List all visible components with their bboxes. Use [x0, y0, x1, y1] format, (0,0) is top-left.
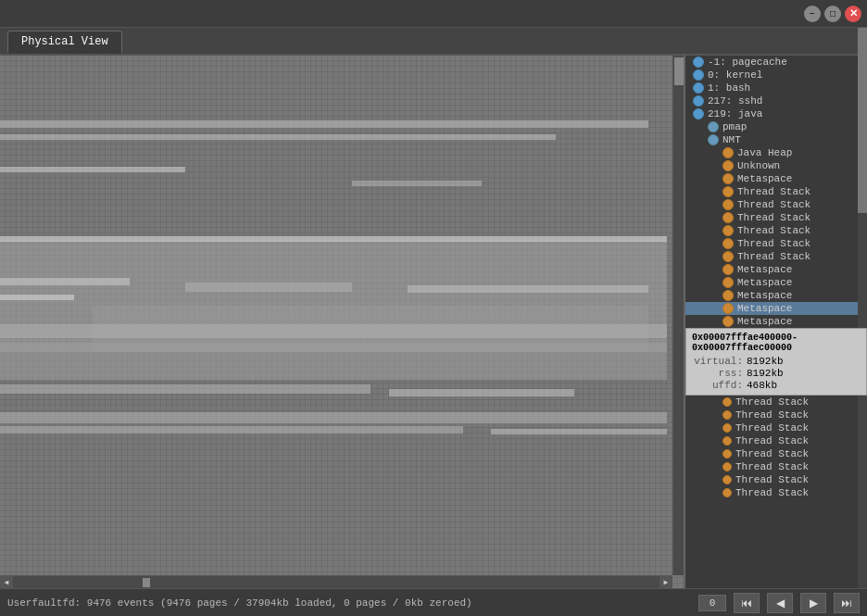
tree-label: Thread Stack — [737, 225, 810, 236]
tooltip-virtual-value: 8192kb — [747, 356, 784, 367]
tree-item-sshd[interactable]: 217: sshd — [685, 94, 867, 107]
tree-label: Metaspace — [737, 264, 792, 275]
tree-item-thread-stack-e[interactable]: Thread Stack — [685, 447, 867, 460]
tree-label: Thread Stack — [735, 487, 809, 498]
status-counter: 0 — [698, 595, 726, 611]
tree-item-thread-stack2[interactable]: Thread Stack — [685, 198, 867, 211]
tree-item-unknown[interactable]: Unknown — [685, 159, 867, 172]
tree-item-thread-stack-a[interactable]: Thread Stack — [685, 396, 867, 409]
tree-item-pmap[interactable]: pmap — [685, 120, 867, 133]
hscroll-right-arrow[interactable]: ▶ — [660, 576, 672, 589]
tree-item-bash[interactable]: 1: bash — [685, 82, 867, 94]
tab-bar: Physical View — [0, 28, 867, 56]
tree-item-thread-stack-c[interactable]: Thread Stack — [685, 421, 867, 434]
vscroll-thumb[interactable] — [674, 57, 684, 85]
minimize-button[interactable]: − — [804, 6, 821, 22]
tree-label: 219: java — [708, 108, 762, 119]
tree-item-thread-stack3[interactable]: Thread Stack — [685, 211, 867, 224]
tree-label: Thread Stack — [737, 186, 810, 197]
tooltip-address: 0x00007fffae400000-0x00007fffaec00000 — [692, 333, 861, 353]
memory-canvas[interactable] — [0, 56, 684, 588]
right-panel: -1: pagecache 0: kernel 1: bash 217: ssh… — [685, 56, 867, 588]
close-button[interactable]: ✕ — [845, 6, 861, 22]
tree-label: Thread Stack — [735, 474, 809, 485]
canvas-vertical-scrollbar[interactable] — [672, 56, 684, 575]
tree-label: 1: bash — [708, 82, 750, 94]
main-area: ◀ ▶ -1: pagecache 0: kernel 1: bash 217:… — [0, 56, 867, 588]
tree-item-thread-stack-d[interactable]: Thread Stack — [685, 434, 867, 447]
hscroll-left-arrow[interactable]: ◀ — [0, 576, 13, 589]
tooltip-uffd-label: uffd: — [692, 380, 743, 391]
nav-first-button[interactable]: ⏮ — [734, 593, 760, 613]
hscroll-thumb[interactable] — [143, 578, 150, 587]
tooltip-virtual-label: virtual: — [692, 356, 743, 367]
tree-label: Thread Stack — [735, 409, 809, 421]
maximize-button[interactable]: □ — [824, 6, 841, 22]
tree-item-thread-stack-b[interactable]: Thread Stack — [685, 409, 867, 421]
tree-label: Thread Stack — [737, 238, 810, 249]
tree-item-thread-stack-g[interactable]: Thread Stack — [685, 473, 867, 486]
tree-item-thread-stack-h[interactable]: Thread Stack — [685, 486, 867, 499]
tree-label: Metaspace — [737, 290, 792, 301]
tooltip-uffd-value: 468kb — [747, 380, 777, 391]
tree-item-thread-stack5[interactable]: Thread Stack — [685, 237, 867, 250]
tree-label: -1: pagecache — [708, 57, 787, 68]
tree-item-metaspace4[interactable]: Metaspace — [685, 289, 867, 302]
tree-label: Thread Stack — [737, 199, 810, 210]
tree-label: pmap — [722, 121, 747, 132]
tree-lower: Thread Stack Thread Stack Thread Stack T… — [685, 396, 867, 588]
tree-label: 0: kernel — [708, 69, 762, 81]
status-text: Userfaultfd: 9476 events (9476 pages / 3… — [7, 597, 691, 609]
tree-item-metaspace6[interactable]: Metaspace — [685, 315, 867, 328]
title-bar: − □ ✕ — [0, 0, 867, 28]
tree-item-thread-stack4[interactable]: Thread Stack — [685, 224, 867, 237]
nav-next-button[interactable]: ▶ — [800, 593, 826, 613]
tree-label: Metaspace — [737, 277, 792, 288]
tree-item-pagecache[interactable]: -1: pagecache — [685, 56, 867, 69]
tree-label: Metaspace — [737, 316, 792, 327]
memory-tooltip: 0x00007fffae400000-0x00007fffaec00000 vi… — [685, 328, 867, 396]
canvas-area: ◀ ▶ — [0, 56, 685, 588]
tree-label: Metaspace — [737, 173, 792, 184]
tooltip-rss-label: rss: — [692, 368, 743, 379]
tree-item-java-heap[interactable]: Java Heap — [685, 146, 867, 159]
nav-prev-button[interactable]: ◀ — [767, 593, 793, 613]
status-bar: Userfaultfd: 9476 events (9476 pages / 3… — [0, 588, 867, 616]
tree-item-metaspace1[interactable]: Metaspace — [685, 172, 867, 185]
tree-upper: -1: pagecache 0: kernel 1: bash 217: ssh… — [685, 56, 867, 328]
tree-label: NMT — [722, 134, 741, 145]
tree-item-nmt[interactable]: NMT — [685, 133, 867, 146]
tree-label: Thread Stack — [735, 435, 809, 446]
tree-label: Thread Stack — [735, 448, 809, 459]
tooltip-uffd-row: uffd: 468kb — [692, 380, 861, 391]
tree-item-metaspace3[interactable]: Metaspace — [685, 276, 867, 289]
tree-label: Metaspace — [737, 303, 792, 314]
tree-item-thread-stack6[interactable]: Thread Stack — [685, 250, 867, 263]
tooltip-rss-row: rss: 8192kb — [692, 368, 861, 379]
tree-item-thread-stack-f[interactable]: Thread Stack — [685, 460, 867, 473]
tree-item-metaspace5[interactable]: Metaspace — [685, 302, 867, 315]
tree-item-kernel[interactable]: 0: kernel — [685, 69, 867, 82]
tree-label: Thread Stack — [735, 396, 809, 408]
canvas-horizontal-scrollbar[interactable]: ◀ ▶ — [0, 575, 672, 588]
tree-label: Thread Stack — [737, 251, 810, 262]
tree-label: Java Heap — [737, 147, 792, 158]
tree-item-thread-stack1[interactable]: Thread Stack — [685, 185, 867, 198]
tree-scrollbar[interactable] — [858, 56, 867, 588]
tree-item-java[interactable]: 219: java — [685, 107, 867, 120]
tooltip-virtual-row: virtual: 8192kb — [692, 356, 861, 367]
tree-scrollbar-thumb[interactable] — [858, 56, 867, 213]
tooltip-rss-value: 8192kb — [747, 368, 784, 379]
tree-item-metaspace2[interactable]: Metaspace — [685, 263, 867, 276]
tree-label: Thread Stack — [735, 461, 809, 472]
tree-label: Thread Stack — [737, 212, 810, 223]
tree-label: 217: sshd — [708, 95, 762, 107]
tab-physical-view[interactable]: Physical View — [7, 31, 122, 54]
tree-label: Thread Stack — [735, 422, 809, 434]
tree-label: Unknown — [737, 160, 780, 171]
nav-last-button[interactable]: ⏭ — [834, 593, 860, 613]
